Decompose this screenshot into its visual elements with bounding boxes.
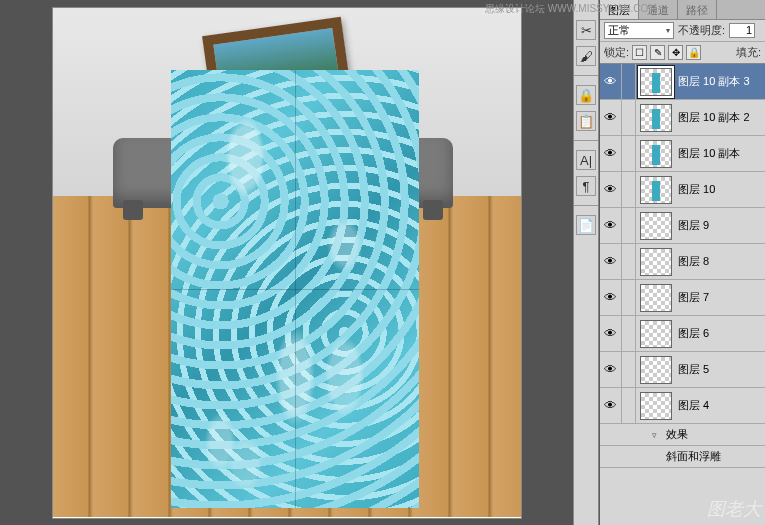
layers-list: 👁图层 10 副本 3👁图层 10 副本 2👁图层 10 副本👁图层 10👁图层…	[600, 64, 765, 525]
fx-label: 效果	[666, 427, 688, 442]
water-texture-layer[interactable]	[171, 70, 419, 508]
lock-position-icon[interactable]: ✥	[668, 45, 683, 60]
link-column	[622, 388, 636, 423]
lock-all-icon[interactable]: 🔒	[686, 45, 701, 60]
tool-notes-icon[interactable]: 📄	[576, 215, 596, 235]
lock-transparency-icon[interactable]: ☐	[632, 45, 647, 60]
layer-name[interactable]: 图层 5	[676, 362, 765, 377]
link-column	[622, 136, 636, 171]
visibility-eye-icon[interactable]: 👁	[600, 280, 622, 315]
layer-thumbnail[interactable]	[640, 320, 672, 348]
layer-name[interactable]: 图层 10 副本 3	[676, 74, 765, 89]
link-column	[622, 244, 636, 279]
visibility-eye-icon[interactable]: 👁	[600, 100, 622, 135]
lock-label: 锁定:	[604, 45, 629, 60]
layer-name[interactable]: 图层 6	[676, 326, 765, 341]
lock-pixels-icon[interactable]: ✎	[650, 45, 665, 60]
visibility-eye-icon[interactable]: 👁	[600, 244, 622, 279]
lock-row: 锁定: ☐ ✎ ✥ 🔒 填充:	[600, 42, 765, 64]
opacity-label: 不透明度:	[678, 23, 725, 38]
layer-name[interactable]: 图层 7	[676, 290, 765, 305]
fx-item-label: 斜面和浮雕	[666, 449, 721, 464]
link-column	[622, 64, 636, 99]
link-column	[622, 316, 636, 351]
link-column	[622, 280, 636, 315]
chevron-down-icon: ▾	[666, 26, 670, 35]
document-canvas[interactable]	[53, 8, 521, 518]
layer-row[interactable]: 👁图层 6	[600, 316, 765, 352]
fx-collapse-icon[interactable]: ▿	[652, 430, 666, 440]
blend-mode-row: 正常 ▾ 不透明度: 1	[600, 20, 765, 42]
layer-name[interactable]: 图层 10	[676, 182, 765, 197]
layer-row[interactable]: 👁图层 10 副本 2	[600, 100, 765, 136]
tool-lock-icon[interactable]: 🔒	[576, 85, 596, 105]
layer-thumbnail[interactable]	[640, 212, 672, 240]
layer-row[interactable]: 👁图层 8	[600, 244, 765, 280]
layer-thumbnail[interactable]	[640, 284, 672, 312]
blend-mode-select[interactable]: 正常 ▾	[604, 22, 674, 39]
tool-scissors-icon[interactable]: ✂	[576, 20, 596, 40]
layer-thumbnail[interactable]	[640, 392, 672, 420]
tool-paragraph-icon[interactable]: ¶	[576, 176, 596, 196]
link-column	[622, 172, 636, 207]
link-column	[622, 208, 636, 243]
layer-row[interactable]: 👁图层 10 副本 3	[600, 64, 765, 100]
watermark-top: 思缘设计论坛 WWW.MISSYUAN.COM	[485, 2, 657, 16]
layer-thumbnail[interactable]	[640, 104, 672, 132]
layer-thumbnail[interactable]	[640, 140, 672, 168]
layer-name[interactable]: 图层 4	[676, 398, 765, 413]
layer-row[interactable]: 👁图层 10 副本	[600, 136, 765, 172]
vertical-toolbar: ✂ 🖌 🔒 📋 A| ¶ 📄	[573, 0, 599, 525]
visibility-eye-icon[interactable]: 👁	[600, 64, 622, 99]
layer-row[interactable]: 👁图层 4	[600, 388, 765, 424]
visibility-eye-icon[interactable]: 👁	[600, 352, 622, 387]
visibility-eye-icon[interactable]: 👁	[600, 172, 622, 207]
layer-name[interactable]: 图层 10 副本	[676, 146, 765, 161]
visibility-eye-icon[interactable]: 👁	[600, 208, 622, 243]
layer-fx-row[interactable]: ▿效果	[600, 424, 765, 446]
tab-paths[interactable]: 路径	[678, 0, 717, 19]
layer-row[interactable]: 👁图层 7	[600, 280, 765, 316]
layer-name[interactable]: 图层 10 副本 2	[676, 110, 765, 125]
opacity-value[interactable]: 1	[729, 23, 755, 38]
visibility-eye-icon[interactable]: 👁	[600, 388, 622, 423]
fill-label: 填充:	[736, 45, 761, 60]
tool-character-icon[interactable]: A|	[576, 150, 596, 170]
layer-name[interactable]: 图层 9	[676, 218, 765, 233]
layer-thumbnail[interactable]	[640, 68, 672, 96]
layer-thumbnail[interactable]	[640, 248, 672, 276]
layer-row[interactable]: 👁图层 5	[600, 352, 765, 388]
visibility-eye-icon[interactable]: 👁	[600, 136, 622, 171]
layer-thumbnail[interactable]	[640, 176, 672, 204]
layers-panel: 图层 通道 路径 正常 ▾ 不透明度: 1 锁定: ☐ ✎ ✥ 🔒 填充: 👁图…	[599, 0, 765, 525]
visibility-eye-icon[interactable]: 👁	[600, 316, 622, 351]
link-column	[622, 100, 636, 135]
layer-name[interactable]: 图层 8	[676, 254, 765, 269]
tool-brush-icon[interactable]: 🖌	[576, 46, 596, 66]
canvas-area	[0, 0, 573, 525]
tool-clipboard-icon[interactable]: 📋	[576, 111, 596, 131]
layer-row[interactable]: 👁图层 9	[600, 208, 765, 244]
blend-mode-value: 正常	[608, 23, 630, 38]
layer-fx-item[interactable]: 斜面和浮雕	[600, 446, 765, 468]
layer-thumbnail[interactable]	[640, 356, 672, 384]
link-column	[622, 352, 636, 387]
layer-row[interactable]: 👁图层 10	[600, 172, 765, 208]
